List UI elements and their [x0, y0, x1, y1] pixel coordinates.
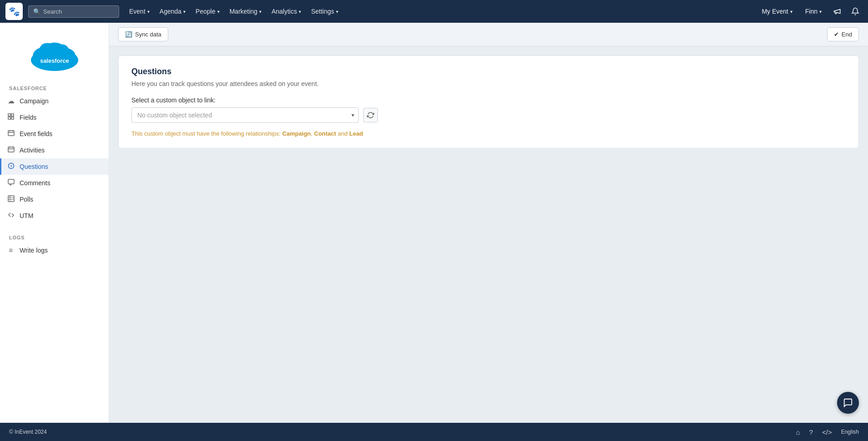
sidebar-logo: salesforce — [0, 32, 109, 82]
sidebar-item-utm[interactable]: UTM — [0, 208, 109, 224]
utm-icon — [7, 212, 15, 220]
warning-text: This custom object must have the followi… — [131, 130, 846, 137]
svg-rect-10 — [11, 117, 14, 119]
sidebar-item-activities[interactable]: Activities — [0, 142, 109, 158]
sidebar-item-fields[interactable]: Fields — [0, 109, 109, 126]
nav-event[interactable]: Event ▾ — [125, 5, 154, 18]
nav-people[interactable]: People ▾ — [191, 5, 224, 18]
svg-rect-11 — [8, 131, 14, 136]
sidebar-item-write-logs[interactable]: ≡ Write logs — [0, 242, 109, 258]
toolbar: 🔄 Sync data ✔ End — [109, 23, 868, 46]
nav-settings[interactable]: Settings ▾ — [306, 5, 343, 18]
chevron-down-icon: ▾ — [790, 9, 793, 14]
chevron-down-icon: ▾ — [819, 9, 822, 14]
main-content: 🔄 Sync data ✔ End Questions Here you can… — [109, 23, 868, 423]
app-layout: salesforce SALESFORCE ☁ Campaign Fields … — [0, 23, 868, 423]
sidebar-section-logs: LOGS — [0, 231, 109, 242]
svg-point-4 — [39, 43, 55, 57]
questions-card: Questions Here you can track questions y… — [118, 56, 859, 148]
svg-text:?: ? — [10, 164, 12, 168]
fields-icon — [7, 113, 15, 122]
chevron-down-icon: ▾ — [147, 9, 150, 14]
campaign-link[interactable]: Campaign — [282, 130, 311, 137]
nav-right: My Event ▾ Finn ▾ — [757, 4, 863, 19]
card-description: Here you can track questions your attend… — [131, 80, 846, 87]
svg-rect-15 — [8, 147, 14, 152]
svg-rect-22 — [8, 196, 14, 202]
event-fields-icon — [7, 130, 15, 138]
cloud-icon: ☁ — [7, 97, 15, 105]
end-button[interactable]: ✔ End — [827, 27, 859, 41]
chevron-down-icon: ▾ — [299, 9, 301, 14]
write-logs-icon: ≡ — [7, 246, 15, 254]
app-logo[interactable]: 🐾 — [5, 3, 23, 20]
svg-rect-7 — [8, 114, 10, 116]
card-title: Questions — [131, 67, 846, 76]
svg-text:salesforce: salesforce — [40, 57, 69, 64]
nav-marketing[interactable]: Marketing ▾ — [225, 5, 266, 18]
sidebar-item-questions[interactable]: ? Questions — [0, 158, 109, 175]
nav-analytics[interactable]: Analytics ▾ — [267, 5, 306, 18]
questions-icon: ? — [7, 162, 15, 171]
sidebar-section-salesforce: SALESFORCE — [0, 82, 109, 93]
svg-rect-21 — [8, 179, 14, 184]
chevron-down-icon: ▾ — [183, 9, 186, 14]
polls-icon — [7, 195, 15, 203]
contact-link[interactable]: Contact — [314, 130, 336, 137]
select-label: Select a custom object to link: — [131, 96, 846, 104]
select-row: No custom object selected ▾ — [131, 107, 846, 123]
search-box[interactable]: 🔍 — [28, 5, 119, 18]
sidebar-item-campaign[interactable]: ☁ Campaign — [0, 93, 109, 109]
search-input[interactable] — [43, 8, 114, 15]
sync-icon: 🔄 — [125, 31, 132, 38]
refresh-button[interactable] — [363, 108, 378, 122]
custom-object-select[interactable]: No custom object selected — [131, 107, 359, 123]
check-icon: ✔ — [834, 31, 839, 38]
search-icon: 🔍 — [33, 8, 40, 15]
sidebar-item-polls[interactable]: Polls — [0, 191, 109, 208]
sync-data-button[interactable]: 🔄 Sync data — [118, 27, 168, 41]
sidebar-item-event-fields[interactable]: Event fields — [0, 126, 109, 142]
comments-icon — [7, 179, 15, 187]
megaphone-button[interactable] — [830, 4, 844, 19]
svg-rect-8 — [11, 114, 14, 116]
chevron-down-icon: ▾ — [336, 9, 338, 14]
nav-items: Event ▾ Agenda ▾ People ▾ Marketing ▾ An… — [125, 5, 755, 18]
svg-point-5 — [55, 45, 69, 58]
sidebar: salesforce SALESFORCE ☁ Campaign Fields … — [0, 23, 109, 423]
user-menu[interactable]: Finn ▾ — [801, 5, 826, 18]
my-event-dropdown[interactable]: My Event ▾ — [757, 5, 797, 18]
top-navigation: 🐾 🔍 Event ▾ Agenda ▾ People ▾ Marketing … — [0, 0, 868, 23]
chevron-down-icon: ▾ — [259, 9, 261, 14]
content-area: Questions Here you can track questions y… — [109, 46, 868, 157]
notification-bell-button[interactable] — [848, 4, 863, 19]
chevron-down-icon: ▾ — [217, 9, 220, 14]
sidebar-item-comments[interactable]: Comments — [0, 175, 109, 191]
custom-object-select-wrapper: No custom object selected ▾ — [131, 107, 359, 123]
lead-link[interactable]: Lead — [349, 130, 363, 137]
nav-agenda[interactable]: Agenda ▾ — [155, 5, 190, 18]
svg-rect-9 — [8, 117, 10, 119]
chat-bubble-button[interactable] — [837, 392, 859, 414]
activities-icon — [7, 146, 15, 154]
